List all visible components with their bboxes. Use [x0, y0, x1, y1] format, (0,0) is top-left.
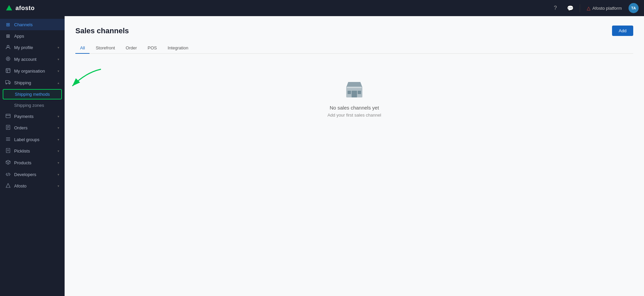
tab-storefront[interactable]: Storefront [91, 43, 119, 54]
apps-icon: ⊞ [5, 33, 11, 39]
afosto-logo-icon [5, 4, 13, 12]
sidebar-item-label: Channels [14, 22, 59, 27]
empty-subtitle: Add your first sales channel [327, 113, 381, 118]
sidebar-item-apps[interactable]: ⊞ Apps [0, 30, 65, 42]
afosto-nav-icon [5, 183, 11, 189]
tab-pos[interactable]: POS [143, 43, 162, 54]
sidebar-item-orders[interactable]: Orders ▾ [0, 122, 65, 134]
sidebar-item-label: Label groups [14, 137, 54, 142]
message-icon: 💬 [567, 5, 574, 11]
chevron-down-icon: ▾ [58, 69, 59, 73]
sidebar-item-afosto[interactable]: Afosto ▾ [0, 180, 65, 192]
svg-rect-10 [6, 114, 10, 118]
sidebar-subitem-label: Shipping zones [14, 103, 44, 108]
content-inner: Sales channels Add All Storefront Order … [65, 16, 644, 296]
sidebar-subitem-shipping-zones[interactable]: Shipping zones [0, 100, 65, 111]
sidebar-item-label: Orders [14, 125, 54, 130]
svg-rect-27 [348, 91, 351, 94]
main-content: Sales channels Add All Storefront Order … [65, 16, 644, 296]
products-icon [5, 160, 11, 166]
avatar[interactable]: TA [629, 3, 639, 13]
platform-button[interactable]: △ Afosto platform [584, 4, 624, 12]
page-title: Sales channels [75, 27, 129, 35]
profile-icon [5, 45, 11, 50]
sidebar-item-label: Developers [14, 172, 54, 177]
empty-title: No sales channels yet [330, 105, 379, 111]
svg-point-3 [7, 58, 9, 59]
topbar: afosto ? 💬 △ Afosto platform TA [0, 0, 644, 16]
sidebar-item-label: Products [14, 160, 54, 165]
sidebar-subitem-shipping-methods[interactable]: Shipping methods [3, 89, 62, 99]
sidebar-item-shipping[interactable]: Shipping ▴ [0, 77, 65, 88]
page-header: Sales channels Add [75, 26, 633, 36]
help-icon: ? [554, 5, 557, 11]
payments-icon [5, 114, 11, 119]
sidebar-item-label: Picklists [14, 149, 54, 154]
topbar-left: afosto [5, 4, 35, 12]
topbar-divider [580, 4, 580, 12]
svg-point-1 [7, 45, 9, 47]
tab-integration[interactable]: Integration [163, 43, 193, 54]
svg-line-23 [8, 173, 8, 176]
sidebar-item-label: Afosto [14, 183, 54, 188]
svg-rect-26 [352, 91, 357, 97]
tabs-bar: All Storefront Order POS Integration [75, 43, 633, 54]
platform-label: Afosto platform [593, 6, 622, 11]
sidebar-item-products[interactable]: Products ▾ [0, 157, 65, 169]
svg-rect-19 [6, 149, 10, 153]
orders-icon [5, 125, 11, 131]
store-icon [345, 81, 364, 99]
chevron-down-icon: ▾ [58, 138, 59, 141]
channels-icon: ⊞ [5, 22, 11, 27]
developers-icon [5, 172, 11, 177]
chevron-down-icon: ▾ [58, 46, 59, 49]
chevron-down-icon: ▾ [58, 161, 59, 165]
sidebar-item-label: Shipping [14, 80, 54, 85]
chevron-down-icon: ▾ [58, 57, 59, 61]
svg-rect-7 [6, 81, 9, 83]
empty-state: No sales channels yet Add your first sal… [75, 54, 633, 144]
label-groups-icon [5, 137, 11, 142]
sidebar-item-label-groups[interactable]: Label groups ▾ [0, 134, 65, 145]
svg-marker-24 [6, 183, 10, 187]
sidebar-item-my-profile[interactable]: My profile ▾ [0, 42, 65, 53]
picklists-icon [5, 148, 11, 154]
sidebar-item-label: My account [14, 57, 54, 62]
chevron-down-icon: ▾ [58, 173, 59, 176]
svg-marker-0 [6, 5, 12, 10]
logo-text: afosto [15, 5, 35, 12]
svg-point-9 [9, 83, 10, 84]
sidebar-subitem-label: Shipping methods [15, 92, 50, 97]
organisation-icon [5, 68, 11, 74]
chevron-down-icon: ▾ [58, 126, 59, 130]
account-icon [5, 56, 11, 62]
sidebar-item-my-organisation[interactable]: My organisation ▾ [0, 65, 65, 77]
topbar-right: ? 💬 △ Afosto platform TA [550, 3, 639, 13]
sidebar-item-my-account[interactable]: My account ▾ [0, 53, 65, 65]
svg-rect-28 [358, 91, 361, 94]
svg-point-8 [6, 83, 7, 84]
chevron-down-icon: ▾ [58, 115, 59, 118]
svg-point-2 [6, 57, 10, 61]
svg-rect-4 [6, 69, 10, 73]
chevron-down-icon: ▾ [58, 149, 59, 153]
chevron-down-icon: ▾ [58, 184, 59, 188]
sidebar-item-label: Apps [14, 34, 59, 39]
platform-alert-icon: △ [587, 5, 591, 11]
sidebar-item-channels[interactable]: ⊞ Channels [0, 19, 65, 30]
sidebar-item-picklists[interactable]: Picklists ▾ [0, 145, 65, 157]
sidebar: ⊞ Channels ⊞ Apps My profile ▾ My accoun… [0, 16, 65, 296]
main-layout: ⊞ Channels ⊞ Apps My profile ▾ My accoun… [0, 16, 644, 296]
sidebar-item-label: My profile [14, 45, 54, 50]
sidebar-item-payments[interactable]: Payments ▾ [0, 111, 65, 122]
sidebar-item-label: My organisation [14, 69, 54, 74]
help-button[interactable]: ? [550, 3, 561, 13]
sidebar-item-label: Payments [14, 114, 54, 119]
add-button[interactable]: Add [612, 26, 633, 36]
sidebar-item-developers[interactable]: Developers ▾ [0, 169, 65, 180]
svg-rect-29 [347, 87, 362, 88]
messages-button[interactable]: 💬 [565, 3, 576, 13]
tab-order[interactable]: Order [121, 43, 142, 54]
tab-all[interactable]: All [75, 43, 90, 54]
shipping-icon [5, 80, 11, 85]
